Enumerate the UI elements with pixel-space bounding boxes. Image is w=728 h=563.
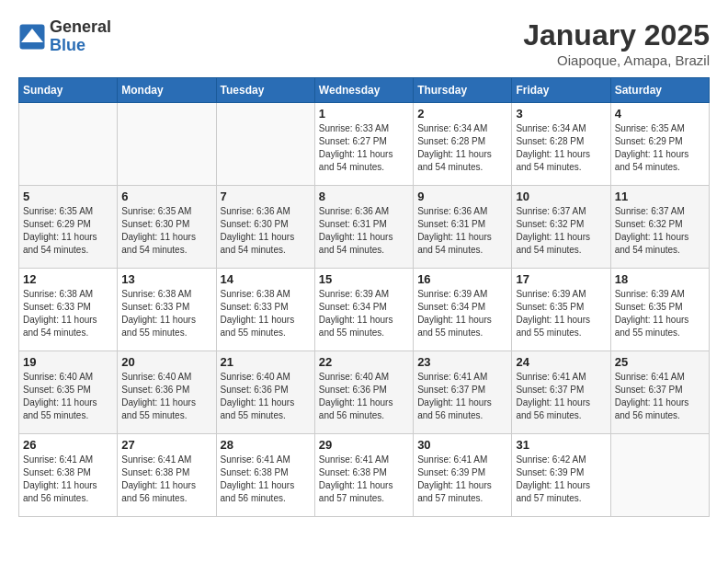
day-number: 25 — [615, 355, 705, 369]
day-number: 3 — [516, 107, 606, 121]
day-info: Sunrise: 6:41 AM Sunset: 6:38 PM Dayligh… — [221, 454, 311, 505]
calendar-cell — [118, 103, 216, 186]
calendar-table: SundayMondayTuesdayWednesdayThursdayFrid… — [18, 77, 710, 517]
calendar-cell: 2Sunrise: 6:34 AM Sunset: 6:28 PM Daylig… — [414, 103, 512, 186]
logo-text: General Blue — [50, 18, 111, 55]
calendar-cell — [19, 103, 118, 186]
calendar-cell: 7Sunrise: 6:36 AM Sunset: 6:30 PM Daylig… — [216, 186, 314, 269]
day-info: Sunrise: 6:39 AM Sunset: 6:35 PM Dayligh… — [615, 288, 705, 339]
day-info: Sunrise: 6:38 AM Sunset: 6:33 PM Dayligh… — [121, 288, 211, 339]
calendar-cell: 28Sunrise: 6:41 AM Sunset: 6:38 PM Dayli… — [216, 434, 314, 517]
day-number: 6 — [121, 190, 211, 203]
day-number: 22 — [319, 355, 409, 369]
calendar-cell: 10Sunrise: 6:37 AM Sunset: 6:32 PM Dayli… — [512, 186, 610, 269]
calendar-cell: 3Sunrise: 6:34 AM Sunset: 6:28 PM Daylig… — [512, 103, 610, 186]
calendar-week-row: 26Sunrise: 6:41 AM Sunset: 6:38 PM Dayli… — [19, 434, 710, 517]
logo-blue: Blue — [50, 37, 111, 55]
calendar-cell: 4Sunrise: 6:35 AM Sunset: 6:29 PM Daylig… — [610, 103, 709, 186]
calendar-cell: 20Sunrise: 6:40 AM Sunset: 6:36 PM Dayli… — [118, 351, 216, 434]
calendar-cell: 12Sunrise: 6:38 AM Sunset: 6:33 PM Dayli… — [19, 269, 118, 351]
calendar-cell — [216, 103, 314, 186]
day-info: Sunrise: 6:34 AM Sunset: 6:28 PM Dayligh… — [516, 122, 606, 174]
day-number: 26 — [23, 438, 113, 452]
day-info: Sunrise: 6:37 AM Sunset: 6:32 PM Dayligh… — [615, 205, 705, 257]
day-info: Sunrise: 6:36 AM Sunset: 6:31 PM Dayligh… — [319, 205, 409, 257]
day-info: Sunrise: 6:35 AM Sunset: 6:30 PM Dayligh… — [121, 205, 211, 257]
day-info: Sunrise: 6:41 AM Sunset: 6:37 PM Dayligh… — [417, 371, 507, 422]
day-number: 27 — [121, 438, 211, 452]
calendar-cell: 1Sunrise: 6:33 AM Sunset: 6:27 PM Daylig… — [314, 103, 413, 186]
weekday-header: Thursday — [414, 78, 512, 103]
calendar-cell: 31Sunrise: 6:42 AM Sunset: 6:39 PM Dayli… — [512, 434, 610, 517]
page-header: General Blue January 2025 Oiapoque, Amap… — [18, 18, 710, 68]
day-number: 28 — [221, 438, 311, 452]
calendar-week-row: 1Sunrise: 6:33 AM Sunset: 6:27 PM Daylig… — [19, 103, 710, 186]
calendar-cell: 16Sunrise: 6:39 AM Sunset: 6:34 PM Dayli… — [414, 269, 512, 351]
day-info: Sunrise: 6:36 AM Sunset: 6:31 PM Dayligh… — [417, 205, 507, 257]
day-number: 4 — [615, 107, 705, 121]
weekday-header: Friday — [512, 78, 610, 103]
calendar-cell: 24Sunrise: 6:41 AM Sunset: 6:37 PM Dayli… — [512, 351, 610, 434]
day-number: 7 — [221, 190, 311, 203]
calendar-cell: 17Sunrise: 6:39 AM Sunset: 6:35 PM Dayli… — [512, 269, 610, 351]
calendar-week-row: 5Sunrise: 6:35 AM Sunset: 6:29 PM Daylig… — [19, 186, 710, 269]
day-number: 10 — [516, 190, 606, 203]
calendar-cell: 14Sunrise: 6:38 AM Sunset: 6:33 PM Dayli… — [216, 269, 314, 351]
logo-general: General — [50, 18, 111, 37]
logo-icon — [18, 23, 46, 51]
day-number: 2 — [417, 107, 507, 121]
weekday-header: Saturday — [610, 78, 709, 103]
day-info: Sunrise: 6:41 AM Sunset: 6:37 PM Dayligh… — [615, 371, 705, 422]
calendar-week-row: 12Sunrise: 6:38 AM Sunset: 6:33 PM Dayli… — [19, 269, 710, 351]
day-number: 12 — [23, 272, 113, 286]
weekday-header: Monday — [118, 78, 216, 103]
day-number: 1 — [319, 107, 409, 121]
calendar-cell: 27Sunrise: 6:41 AM Sunset: 6:38 PM Dayli… — [118, 434, 216, 517]
calendar-cell: 19Sunrise: 6:40 AM Sunset: 6:35 PM Dayli… — [19, 351, 118, 434]
title-block: January 2025 Oiapoque, Amapa, Brazil — [523, 18, 710, 68]
calendar-cell: 5Sunrise: 6:35 AM Sunset: 6:29 PM Daylig… — [19, 186, 118, 269]
day-info: Sunrise: 6:41 AM Sunset: 6:38 PM Dayligh… — [121, 454, 211, 505]
day-number: 24 — [516, 355, 606, 369]
day-number: 18 — [615, 272, 705, 286]
day-info: Sunrise: 6:39 AM Sunset: 6:34 PM Dayligh… — [319, 288, 409, 339]
day-number: 23 — [417, 355, 507, 369]
day-info: Sunrise: 6:35 AM Sunset: 6:29 PM Dayligh… — [23, 205, 113, 257]
day-info: Sunrise: 6:33 AM Sunset: 6:27 PM Dayligh… — [319, 122, 409, 174]
weekday-header: Sunday — [19, 78, 118, 103]
day-info: Sunrise: 6:41 AM Sunset: 6:38 PM Dayligh… — [319, 454, 409, 505]
calendar-subtitle: Oiapoque, Amapa, Brazil — [523, 52, 710, 68]
day-number: 31 — [516, 438, 606, 452]
day-info: Sunrise: 6:40 AM Sunset: 6:36 PM Dayligh… — [319, 371, 409, 422]
day-number: 5 — [23, 190, 113, 203]
day-number: 30 — [417, 438, 507, 452]
day-info: Sunrise: 6:38 AM Sunset: 6:33 PM Dayligh… — [221, 288, 311, 339]
day-number: 19 — [23, 355, 113, 369]
day-number: 29 — [319, 438, 409, 452]
calendar-cell: 9Sunrise: 6:36 AM Sunset: 6:31 PM Daylig… — [414, 186, 512, 269]
day-number: 21 — [221, 355, 311, 369]
day-info: Sunrise: 6:36 AM Sunset: 6:30 PM Dayligh… — [221, 205, 311, 257]
calendar-cell: 13Sunrise: 6:38 AM Sunset: 6:33 PM Dayli… — [118, 269, 216, 351]
day-info: Sunrise: 6:42 AM Sunset: 6:39 PM Dayligh… — [516, 454, 606, 505]
day-info: Sunrise: 6:40 AM Sunset: 6:36 PM Dayligh… — [121, 371, 211, 422]
calendar-cell: 30Sunrise: 6:41 AM Sunset: 6:39 PM Dayli… — [414, 434, 512, 517]
weekday-header-row: SundayMondayTuesdayWednesdayThursdayFrid… — [19, 78, 710, 103]
day-number: 17 — [516, 272, 606, 286]
calendar-cell: 29Sunrise: 6:41 AM Sunset: 6:38 PM Dayli… — [314, 434, 413, 517]
calendar-cell: 6Sunrise: 6:35 AM Sunset: 6:30 PM Daylig… — [118, 186, 216, 269]
weekday-header: Wednesday — [314, 78, 413, 103]
day-number: 13 — [121, 272, 211, 286]
day-info: Sunrise: 6:37 AM Sunset: 6:32 PM Dayligh… — [516, 205, 606, 257]
day-info: Sunrise: 6:41 AM Sunset: 6:37 PM Dayligh… — [516, 371, 606, 422]
calendar-week-row: 19Sunrise: 6:40 AM Sunset: 6:35 PM Dayli… — [19, 351, 710, 434]
calendar-title: January 2025 — [523, 18, 710, 52]
calendar-cell: 22Sunrise: 6:40 AM Sunset: 6:36 PM Dayli… — [314, 351, 413, 434]
calendar-cell: 11Sunrise: 6:37 AM Sunset: 6:32 PM Dayli… — [610, 186, 709, 269]
day-info: Sunrise: 6:35 AM Sunset: 6:29 PM Dayligh… — [615, 122, 705, 174]
day-info: Sunrise: 6:41 AM Sunset: 6:38 PM Dayligh… — [23, 454, 113, 505]
day-number: 16 — [417, 272, 507, 286]
day-number: 20 — [121, 355, 211, 369]
calendar-cell: 15Sunrise: 6:39 AM Sunset: 6:34 PM Dayli… — [314, 269, 413, 351]
logo: General Blue — [18, 18, 111, 55]
